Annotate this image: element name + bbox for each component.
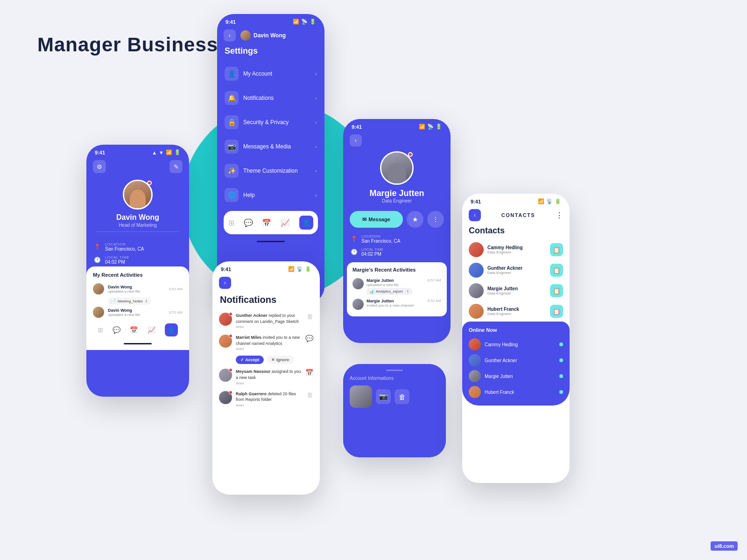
accept-button[interactable]: ✓ Accept xyxy=(236,356,264,364)
settings-item-help[interactable]: 🌐 Help › xyxy=(217,183,324,207)
contacts-section-title: Contacts xyxy=(462,224,570,239)
grid-nav-icon[interactable]: ⊞ xyxy=(98,326,103,334)
white-bottom-2: ⊞ 💬 📅 📈 👤 xyxy=(224,211,318,234)
profile-icon-2[interactable]: 👤 xyxy=(299,216,313,230)
message-button-4[interactable]: ✉ Message xyxy=(350,211,403,228)
header-name-2: Davin Wong xyxy=(254,32,286,39)
settings-title: Settings xyxy=(217,45,324,62)
online-name-1: Cammy Hedling xyxy=(485,342,556,347)
calendar-icon-3[interactable]: 📅 xyxy=(305,369,313,376)
notif-name-2: Marriet Miles xyxy=(236,335,261,340)
time-row-1: 🕐 LOCAL TIME 04:02 PM xyxy=(86,253,189,266)
chevron-help: › xyxy=(315,192,317,198)
location-label-1: LOCATION xyxy=(105,242,144,246)
act-sub-4a: uploaded a new file xyxy=(366,283,425,287)
grid-icon-2[interactable]: ⊞ xyxy=(228,218,234,227)
location-icon-1: 📍 xyxy=(94,244,101,250)
chart-nav-icon[interactable]: 📈 xyxy=(148,326,155,334)
phone2-header: ‹ Davin Wong xyxy=(217,27,324,45)
contact-btn-1[interactable]: 📋 xyxy=(550,243,563,256)
notif-avatar-4 xyxy=(219,391,232,404)
file-name-1: Meeting_Notes xyxy=(118,299,143,303)
home-bar-1 xyxy=(124,343,152,344)
status-icons-6: 📶 📡 🔋 xyxy=(538,198,561,204)
time-label-4: LOCAL TIME xyxy=(361,247,383,252)
small-avatar-2 xyxy=(240,30,251,41)
phone4-header: ‹ xyxy=(343,132,451,149)
notif-time-2: 4min xyxy=(236,347,302,351)
back-btn-4[interactable]: ‹ xyxy=(350,134,362,147)
chat-nav-icon[interactable]: 💬 xyxy=(113,326,120,334)
camera-icon-account[interactable]: 📷 xyxy=(376,389,391,404)
avatar-wrap-1 xyxy=(123,180,153,210)
trash-icon-4[interactable]: 🗑 xyxy=(307,391,313,399)
edit-icon-btn[interactable]: ✎ xyxy=(169,160,183,173)
contact-item-3[interactable]: Margie Jutten Data Engineer 📋 xyxy=(462,280,570,301)
more-btn-6[interactable]: ⋮ xyxy=(556,211,563,220)
white-card-1: My Recent Activities Davin Wong uploaded… xyxy=(86,266,189,350)
settings-item-account[interactable]: 👤 My Account › xyxy=(217,62,324,86)
trash-icon-1[interactable]: 🗑 xyxy=(307,313,313,320)
header-user-2: Davin Wong xyxy=(240,30,286,41)
notif-name-4: Ralph Guerrero xyxy=(236,392,267,396)
back-btn-2[interactable]: ‹ xyxy=(224,29,236,42)
back-btn-6[interactable]: ‹ xyxy=(469,209,481,221)
act-sub-4b: invited you to a new channel xyxy=(366,303,425,308)
time-1: 9:41 xyxy=(95,150,105,155)
contact-btn-4[interactable]: 📋 xyxy=(550,305,563,318)
chart-icon-2[interactable]: 📈 xyxy=(281,218,290,227)
settings-item-theme[interactable]: ✨ Theme Customization › xyxy=(217,159,324,183)
online-indicator-1 xyxy=(147,181,152,185)
contact-btn-2[interactable]: 📋 xyxy=(550,264,563,277)
contact-item-4[interactable]: Hubert Franck Data Engineer 📋 xyxy=(462,301,570,322)
chat-icon-2[interactable]: 💬 xyxy=(244,218,253,227)
online-dot-4 xyxy=(559,390,563,394)
phone1-header: ⚙ ✎ xyxy=(86,157,189,176)
back-btn-3[interactable]: ‹ xyxy=(219,277,231,289)
phone-profile: 9:41 ▲ ▼ 📶 🔋 ⚙ ✎ Davin Wong Head of Mark… xyxy=(86,145,189,397)
contact-name-1: Cammy Hedling xyxy=(487,245,546,250)
notif-dot-4 xyxy=(229,391,233,394)
profile-nav-icon[interactable]: 👤 xyxy=(165,323,178,336)
phone-notifications: 9:41 📶 📡 🔋 ‹ Notifications Gunther Ackne… xyxy=(212,261,320,495)
settings-icon-btn[interactable]: ⚙ xyxy=(93,160,106,173)
contact-item-1[interactable]: Cammy Hedling Data Engineer 📋 xyxy=(462,239,570,260)
status-bar-4: 9:41 📶 📡 🔋 xyxy=(343,119,451,132)
act-avatar-4b xyxy=(352,299,364,310)
chat-icon-3[interactable]: 💬 xyxy=(305,335,313,342)
chevron-security: › xyxy=(315,119,317,125)
online-dot-1 xyxy=(559,343,563,346)
activity-row-4b: Margie Jutten invited you to a new chann… xyxy=(352,297,441,312)
contact-role-1: Data Engineer xyxy=(487,250,546,254)
activity-row-4a: Margie Jutten uploaded a new file 📊 Anal… xyxy=(352,276,441,297)
watermark: ui8.com xyxy=(711,541,738,551)
notif-time-3: 4min xyxy=(236,381,302,385)
file-name-4a: Analytics_report xyxy=(376,289,402,294)
notif-text-2: Marriet Miles invited you to a new chann… xyxy=(236,335,302,346)
clock-icon-4: 🕐 xyxy=(351,249,358,255)
contact-item-2[interactable]: Gunther Ackner Data Engineer 📋 xyxy=(462,260,570,280)
act-time-4a: 8:52 AM xyxy=(428,278,441,282)
activity-row-1: Davin Wong uploaded a new file 8:52 AM xyxy=(93,281,183,296)
calendar-nav-icon[interactable]: 📅 xyxy=(130,326,138,334)
contact-avatar-4 xyxy=(469,304,484,319)
notif-dot-2 xyxy=(229,334,233,338)
chevron-account: › xyxy=(315,71,317,77)
message-icon-4: ✉ xyxy=(362,217,366,223)
home-bar-2 xyxy=(257,241,285,242)
bottom-nav-2: ⊞ 💬 📅 📈 👤 xyxy=(224,216,318,230)
trash-icon-account[interactable]: 🗑 xyxy=(395,389,409,404)
settings-item-messages[interactable]: 📷 Messages & Media › xyxy=(217,134,324,159)
location-value-1: San Francisco, CA xyxy=(105,246,144,252)
act-info-4b: Margie Jutten invited you to a new chann… xyxy=(366,299,425,308)
more-button-4[interactable]: ⋮ xyxy=(427,211,444,228)
act-name-4b: Margie Jutten xyxy=(366,299,425,303)
contact-btn-3[interactable]: 📋 xyxy=(550,284,563,297)
settings-item-notifications[interactable]: 🔔 Notifications › xyxy=(217,86,324,110)
settings-item-security[interactable]: 🔒 Security & Privacy › xyxy=(217,110,324,134)
ignore-button[interactable]: ✕ Ignore xyxy=(267,356,294,364)
star-button-4[interactable]: ★ xyxy=(407,211,423,228)
user-title-1: Head of Marketing xyxy=(119,223,157,228)
status-bar-2: 9:41 📶 📡 🔋 xyxy=(217,14,324,27)
calendar-icon-2[interactable]: 📅 xyxy=(262,218,271,227)
